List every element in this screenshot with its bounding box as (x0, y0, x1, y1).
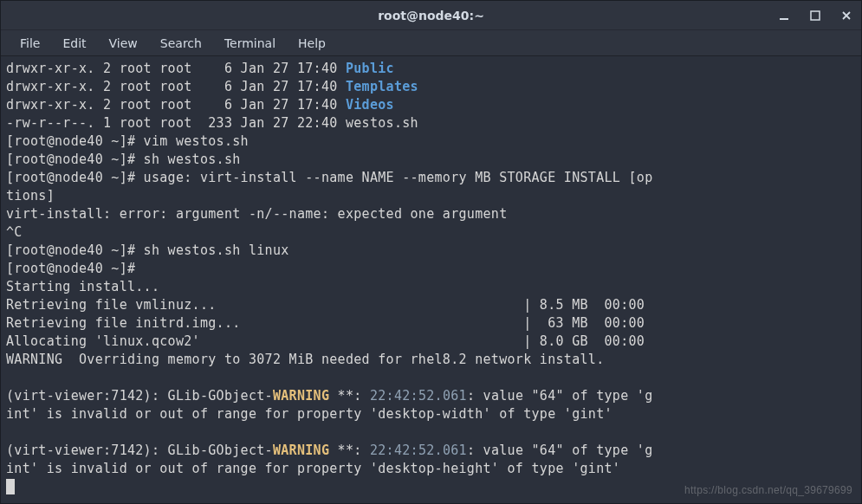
glib-timestamp: 22:42:52.061 (370, 443, 467, 458)
error-line: virt-install: error: argument -n/--name:… (6, 205, 856, 223)
minimize-icon[interactable] (776, 8, 792, 23)
ls-perms: drwxr-xr-x. 2 root root 6 Jan 27 17:40 (6, 97, 346, 113)
terminal-output[interactable]: drwxr-xr-x. 2 root root 6 Jan 27 17:40 P… (1, 56, 861, 503)
menu-edit[interactable]: Edit (52, 33, 96, 54)
glib-msg: : value "64" of type 'g (467, 443, 653, 458)
prompt-line: [root@node40 ~]# sh westos.sh linux (6, 242, 856, 260)
menu-view[interactable]: View (99, 33, 148, 54)
retrieve-line: Retrieving file vmlinuz... | 8.5 MB 00:0… (6, 296, 856, 314)
install-start: Starting install... (6, 278, 856, 296)
window-controls (776, 8, 854, 23)
watermark: https://blog.csdn.net/qq_39679699 (684, 481, 852, 500)
prompt-line: [root@node40 ~]# vim westos.sh (6, 132, 856, 151)
glib-stars: **: (329, 443, 370, 458)
ls-perms: drwxr-xr-x. 2 root root 6 Jan 27 17:40 (6, 61, 346, 76)
ctrl-c: ^C (6, 223, 856, 242)
glib-stars: **: (329, 388, 370, 404)
prompt-line: [root@node40 ~]# (6, 260, 856, 278)
menubar: File Edit View Search Terminal Help (1, 30, 861, 56)
glib-prefix: (virt-viewer:7142): GLib-GObject- (6, 388, 273, 404)
allocate-line: Allocating 'linux.qcow2' | 8.0 GB 00:00 (6, 333, 856, 351)
warning-line: WARNING Overriding memory to 3072 MiB ne… (6, 351, 856, 369)
glib-msg: : value "64" of type 'g (467, 388, 653, 404)
svg-rect-0 (780, 18, 788, 20)
glib-warning: (virt-viewer:7142): GLib-GObject-WARNING… (6, 442, 856, 460)
menu-file[interactable]: File (10, 33, 50, 54)
window-title: root@node40:~ (378, 9, 484, 23)
blank-line (6, 423, 856, 442)
titlebar: root@node40:~ (1, 1, 861, 30)
ls-row: drwxr-xr-x. 2 root root 6 Jan 27 17:40 T… (6, 78, 856, 96)
prompt-line: [root@node40 ~]# sh westos.sh (6, 151, 856, 169)
glib-warning-cont: int' is invalid or out of range for prop… (6, 460, 856, 478)
ls-row: drwxr-xr-x. 2 root root 6 Jan 27 17:40 V… (6, 96, 856, 114)
ls-dir-name: Templates (346, 79, 418, 94)
glib-level: WARNING (273, 388, 329, 404)
usage-line: [root@node40 ~]# usage: virt-install --n… (6, 169, 856, 187)
glib-warning-cont: int' is invalid or out of range for prop… (6, 405, 856, 423)
ls-row: -rw-r--r--. 1 root root 233 Jan 27 22:40… (6, 114, 856, 132)
glib-prefix: (virt-viewer:7142): GLib-GObject- (6, 443, 273, 458)
ls-dir-name: Videos (346, 97, 394, 113)
menu-help[interactable]: Help (288, 33, 336, 54)
ls-row: drwxr-xr-x. 2 root root 6 Jan 27 17:40 P… (6, 60, 856, 78)
ls-dir-name: Public (346, 61, 394, 76)
blank-line (6, 369, 856, 387)
cursor-icon (6, 479, 15, 494)
menu-search[interactable]: Search (150, 33, 212, 54)
retrieve-line: Retrieving file initrd.img... | 63 MB 00… (6, 314, 856, 333)
menu-terminal[interactable]: Terminal (214, 33, 286, 54)
terminal-window: root@node40:~ File Edit View Search Term… (0, 0, 862, 504)
glib-warning: (virt-viewer:7142): GLib-GObject-WARNING… (6, 387, 856, 405)
svg-rect-1 (811, 11, 820, 20)
maximize-icon[interactable] (807, 8, 823, 23)
usage-line-cont: tions] (6, 187, 856, 205)
glib-timestamp: 22:42:52.061 (370, 388, 467, 404)
close-icon[interactable] (839, 8, 854, 23)
ls-perms: drwxr-xr-x. 2 root root 6 Jan 27 17:40 (6, 79, 346, 94)
glib-level: WARNING (273, 443, 329, 458)
